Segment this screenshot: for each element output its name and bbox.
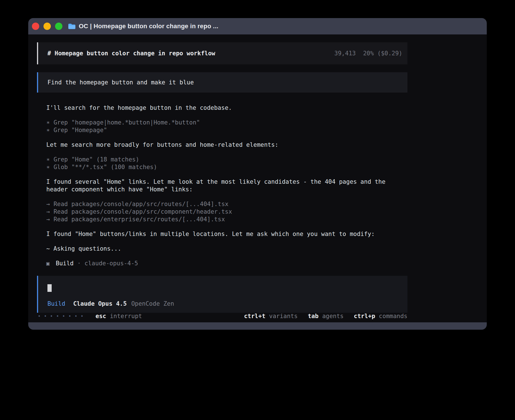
esc-key[interactable]: esc — [95, 313, 106, 320]
terminal-content: # Homepage button color change in repo w… — [28, 34, 487, 322]
tool-call-text: Grep "Homepage" — [54, 126, 107, 134]
tool-call-text: Grep "Home" (18 matches) — [54, 156, 139, 163]
agents-shortcut[interactable]: tab agents — [308, 313, 344, 320]
assistant-text-intro: I'll search for the homepage button in t… — [46, 104, 407, 112]
commands-shortcut[interactable]: ctrl+p commands — [354, 313, 407, 320]
model-name[interactable]: Claude Opus 4.5 — [73, 300, 127, 308]
commands-label: commands — [379, 313, 407, 320]
user-message-text: Find the homepage button and make it blu… — [47, 79, 194, 86]
context-usage: 20% ($0.29) — [363, 50, 402, 57]
status-bar: ········ esc interrupt ctrl+t variants t… — [37, 313, 407, 321]
variants-label: variants — [269, 313, 298, 320]
window-title: OC | Homepage button color change in rep… — [79, 23, 218, 30]
window-controls — [32, 23, 62, 30]
agent-separator: · — [77, 260, 81, 267]
assistant-text-broader: Let me search more broadly for buttons a… — [46, 141, 407, 149]
agent-name: Build — [56, 260, 73, 267]
assistant-text-found-links: I found several "Home" links. Let me loo… — [46, 178, 407, 193]
tool-bullet-icon: ∗ — [46, 156, 50, 163]
text-cursor — [47, 284, 52, 292]
ctrl-p-key[interactable]: ctrl+p — [354, 313, 375, 320]
progress-dots: ········ — [37, 313, 86, 319]
folder-icon — [68, 23, 76, 29]
tool-call-read: →Read packages/enterprise/src/routes/[..… — [46, 216, 407, 223]
status-asking-questions: ~ Asking questions... — [46, 245, 407, 253]
tool-bullet-icon: ∗ — [46, 163, 50, 171]
tool-call-text: Glob "**/*.tsx" (100 matches) — [54, 163, 157, 171]
tool-call-grep: ∗Grep "Homepage" — [46, 126, 407, 134]
interrupt-label: interrupt — [110, 313, 142, 320]
tool-call-glob: ∗Glob "**/*.tsx" (100 matches) — [46, 163, 407, 171]
tool-bullet-icon: ∗ — [46, 119, 50, 126]
arrow-right-icon: → — [46, 208, 50, 216]
tool-call-text: Read packages/console/app/src/component/… — [54, 208, 232, 216]
tool-call-group: ∗Grep "Home" (18 matches) ∗Glob "**/*.ts… — [46, 156, 407, 171]
agent-square-icon: ▣ — [46, 260, 49, 267]
prompt-input[interactable]: Build Claude Opus 4.5 OpenCode Zen — [37, 276, 407, 313]
tool-bullet-icon: ∗ — [46, 126, 50, 134]
minimize-button[interactable] — [43, 23, 51, 30]
titlebar: OC | Homepage button color change in rep… — [28, 18, 487, 34]
tab-key[interactable]: tab — [308, 313, 318, 320]
agent-model: claude-opus-4-5 — [84, 260, 138, 267]
arrow-right-icon: → — [46, 200, 50, 208]
agent-status-line: ▣ Build · claude-opus-4-5 — [46, 260, 407, 267]
zoom-button[interactable] — [55, 23, 62, 30]
tool-call-read: →Read packages/console/app/src/component… — [46, 208, 407, 216]
read-call-group: →Read packages/console/app/src/routes/[.… — [46, 200, 407, 223]
provider-name: OpenCode Zen — [131, 300, 174, 308]
tool-call-text: Read packages/enterprise/src/routes/[...… — [54, 216, 225, 223]
agents-label: agents — [322, 313, 344, 320]
session-header: # Homepage button color change in repo w… — [37, 42, 407, 64]
tool-call-text: Read packages/console/app/src/routes/[..… — [54, 200, 229, 208]
assistant-text-found-buttons: I found "Home" buttons/links in multiple… — [46, 230, 407, 238]
arrow-right-icon: → — [46, 216, 50, 223]
tool-call-read: →Read packages/console/app/src/routes/[.… — [46, 200, 407, 208]
variants-shortcut[interactable]: ctrl+t variants — [244, 313, 298, 320]
tool-call-grep: ∗Grep "homepage|home.*button|Home.*butto… — [46, 119, 407, 126]
tool-call-group: ∗Grep "homepage|home.*button|Home.*butto… — [46, 119, 407, 134]
mode-selector[interactable]: Build — [47, 300, 65, 308]
interrupt-hint[interactable]: esc interrupt — [95, 313, 142, 320]
session-title: # Homepage button color change in repo w… — [47, 50, 215, 57]
user-message: Find the homepage button and make it blu… — [37, 72, 407, 93]
tool-call-text: Grep "homepage|home.*button|Home.*button… — [54, 119, 200, 126]
close-button[interactable] — [32, 23, 39, 30]
ctrl-t-key[interactable]: ctrl+t — [244, 313, 265, 320]
tool-call-grep: ∗Grep "Home" (18 matches) — [46, 156, 407, 163]
token-count: 39,413 — [334, 50, 356, 57]
terminal-window: OC | Homepage button color change in rep… — [28, 18, 487, 330]
